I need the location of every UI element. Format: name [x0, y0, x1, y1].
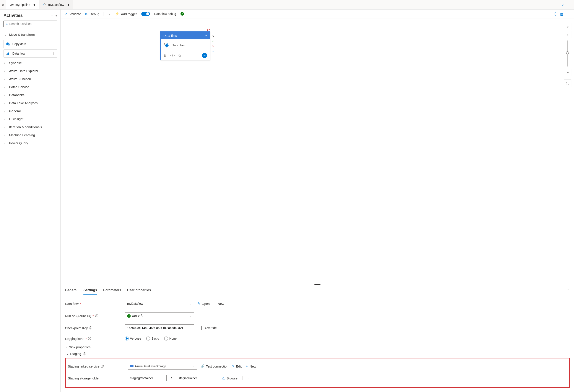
info-icon[interactable]: i — [89, 326, 92, 329]
staging-container-input[interactable] — [128, 375, 167, 381]
search-icon: ⌕ — [6, 22, 8, 26]
zoom-in-icon[interactable]: + — [564, 31, 571, 38]
properties-icon[interactable]: ▤ — [560, 12, 563, 16]
collapse-down-icon[interactable]: ⌄ — [51, 14, 53, 17]
dataflow-activity-node[interactable]: Data flow ↗ Data flow 🗑 </> ⧉ → — [160, 31, 210, 60]
label-data-flow: Data flow* — [65, 302, 121, 306]
chevron-right-icon: › — [4, 134, 7, 137]
data-flow-select[interactable]: myDataflow⌄ — [125, 300, 194, 307]
run-on-select[interactable]: ✓azureIR⌄ — [125, 312, 194, 319]
tab-mydataflow[interactable]: myDataflow — [39, 0, 73, 9]
open-external-icon[interactable]: ↗ — [204, 34, 207, 38]
path-separator: / — [170, 376, 173, 380]
category-general[interactable]: ›General — [3, 107, 57, 115]
checkpoint-key-input[interactable] — [125, 324, 194, 331]
category-azure-function[interactable]: ›Azure Function — [3, 75, 57, 83]
chevron-down-icon: ⌄ — [193, 365, 195, 368]
tab-general[interactable]: General — [65, 288, 77, 294]
radio-none[interactable]: None — [164, 336, 177, 340]
success-path-icon[interactable]: ✓ — [212, 40, 215, 43]
new-linked-service-button[interactable]: ＋New — [245, 364, 256, 368]
trigger-icon: ⚡ — [115, 12, 119, 16]
copy-icon[interactable]: ⧉ — [179, 54, 181, 57]
category-data-lake-analytics[interactable]: ›Data Lake Analytics — [3, 99, 57, 107]
collapse-sidebar-icon[interactable]: « — [55, 14, 57, 17]
grip-icon: ⋮⋮ — [49, 42, 55, 46]
info-icon[interactable]: i — [95, 314, 98, 317]
toolbar-more-icon[interactable]: ··· — [567, 12, 570, 16]
dataflow-icon — [163, 42, 169, 48]
override-label: Override — [205, 326, 217, 330]
run-node-icon[interactable]: → — [202, 53, 207, 58]
zoom-out-icon[interactable]: − — [564, 69, 571, 76]
browse-dropdown-icon[interactable]: ⌄ — [247, 376, 250, 380]
dataflow-icon — [42, 3, 46, 7]
staging-folder-input[interactable] — [176, 375, 211, 381]
open-dataflow-button[interactable]: ✎Open — [198, 302, 210, 306]
collapse-panel-icon[interactable]: ⌃ — [567, 288, 570, 292]
tab-parameters[interactable]: Parameters — [103, 288, 121, 294]
expand-panel-icon[interactable]: » — [0, 3, 6, 7]
delete-icon[interactable]: 🗑 — [163, 54, 166, 57]
fit-to-screen-icon[interactable]: ⛶ — [564, 79, 571, 87]
linked-service-icon — [130, 365, 133, 367]
tab-settings[interactable]: Settings — [83, 288, 97, 294]
chevron-right-icon: › — [4, 70, 7, 73]
override-checkbox[interactable] — [198, 326, 202, 330]
status-ok-icon: ✓ — [181, 12, 184, 16]
activity-data-flow[interactable]: Data flow ⋮⋮ — [3, 49, 57, 58]
label-staging-storage-folder: Staging storage folder — [68, 376, 124, 380]
section-sink-properties[interactable]: ›Sink properties — [65, 343, 570, 350]
debug-dropdown-icon[interactable]: ⌄ — [108, 12, 111, 16]
category-databricks[interactable]: ›Databricks — [3, 91, 57, 99]
activity-copy-data[interactable]: Copy data ⋮⋮ — [3, 40, 57, 48]
category-synapse[interactable]: ›Synapse — [3, 59, 57, 67]
chevron-right-icon: › — [4, 101, 7, 105]
info-icon[interactable]: i — [101, 365, 104, 368]
validate-button[interactable]: ✓Validate — [65, 12, 81, 16]
svg-rect-1 — [11, 4, 12, 5]
svg-rect-5 — [7, 53, 10, 56]
category-power-query[interactable]: ›Power Query — [3, 139, 57, 147]
data-flow-debug-toggle[interactable] — [141, 12, 150, 16]
radio-verbose[interactable]: Verbose — [125, 336, 141, 340]
completion-path-icon[interactable]: → — [212, 50, 215, 53]
dataflow-icon — [6, 51, 10, 56]
category-machine-learning[interactable]: ›Machine Learning — [3, 131, 57, 139]
category-azure-data-explorer[interactable]: ›Azure Data Explorer — [3, 67, 57, 75]
add-trigger-button[interactable]: ⚡Add trigger — [115, 12, 137, 16]
pipeline-canvas[interactable]: ↷ ✓ ✕ → Data flow ↗ Data flow 🗑 — [61, 19, 574, 284]
editor-tabs-bar: » myPipeline myDataflow ⤢ ··· — [0, 0, 574, 10]
more-menu-icon[interactable]: ··· — [568, 3, 571, 7]
search-activities-input[interactable]: ⌕ — [3, 20, 57, 27]
category-hdinsight[interactable]: ›HDInsight — [3, 115, 57, 123]
maximize-icon[interactable]: ⤢ — [561, 3, 564, 7]
chevron-down-icon: ⌄ — [66, 352, 68, 355]
info-icon[interactable]: i — [83, 352, 86, 355]
category-batch-service[interactable]: ›Batch Service — [3, 83, 57, 91]
category-move-transform[interactable]: ⌄Move & transform — [3, 31, 57, 39]
chevron-right-icon: › — [4, 110, 7, 113]
node-side-actions: ↷ ✓ ✕ → — [212, 35, 215, 53]
failure-path-icon[interactable]: ✕ — [212, 45, 215, 48]
radio-basic[interactable]: Basic — [146, 336, 159, 340]
code-view-icon[interactable]: {} — [554, 12, 557, 16]
status-ok-icon: ✓ — [127, 314, 131, 318]
tab-title: myPipeline — [15, 3, 30, 6]
info-icon[interactable]: i — [88, 337, 91, 340]
category-iteration-conditionals[interactable]: ›Iteration & conditionals — [3, 123, 57, 131]
browse-folder-button[interactable]: 🗀Browse — [222, 376, 238, 380]
zoom-search-icon[interactable]: ⌕ — [564, 23, 571, 30]
redo-icon[interactable]: ↷ — [212, 35, 215, 38]
new-dataflow-button[interactable]: ＋New — [213, 302, 224, 306]
zoom-slider[interactable] — [568, 40, 568, 66]
test-connection-button[interactable]: 🔗Test connection — [201, 364, 228, 368]
staging-linked-service-select[interactable]: AzureDataLakeStorage⌄ — [128, 363, 197, 370]
section-staging[interactable]: ⌄Stagingi — [65, 350, 570, 356]
edit-linked-service-button[interactable]: ✎Edit — [232, 364, 242, 368]
debug-button[interactable]: ▷Debug — [85, 12, 99, 16]
tab-mypipeline[interactable]: myPipeline — [6, 0, 39, 9]
code-icon[interactable]: </> — [170, 54, 175, 57]
plus-icon: ＋ — [213, 302, 216, 306]
tab-user-properties[interactable]: User properties — [127, 288, 151, 294]
